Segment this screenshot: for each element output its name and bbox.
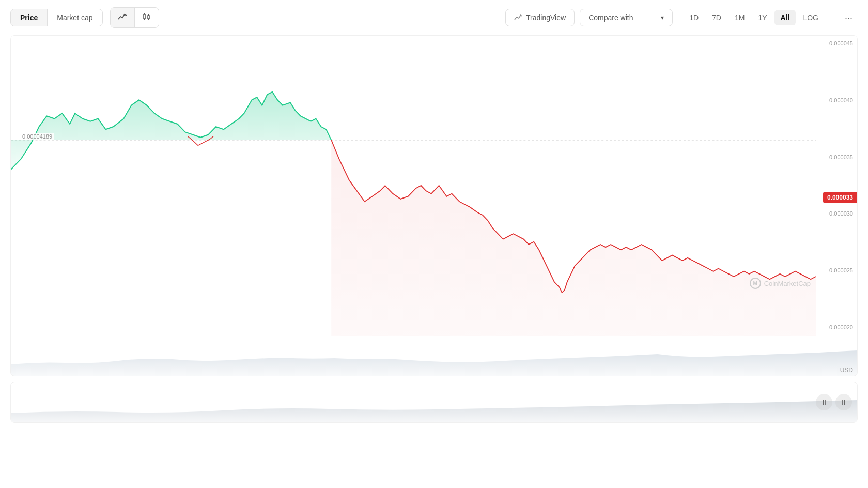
svg-rect-3: [148, 16, 149, 19]
y-label-25: 0.000025: [820, 268, 853, 273]
y-axis: 0.000045 0.000040 0.000035 0.000030 0.00…: [816, 36, 857, 335]
y-label-35: 0.000035: [820, 155, 853, 160]
price-chart-svg: [11, 36, 816, 335]
compare-with-button[interactable]: Compare with ▾: [580, 9, 673, 26]
pause-icon-1: ⏸: [820, 398, 828, 406]
cmc-logo: M: [750, 278, 761, 289]
pause-icon-2: ⏸: [840, 398, 847, 406]
chevron-down-icon: ▾: [661, 14, 664, 21]
y-label-20: 0.000020: [820, 325, 853, 330]
bottom-bar: ⏸ ⏸: [10, 382, 858, 423]
start-price-label: 0.00004189: [20, 133, 54, 140]
trading-view-button[interactable]: TradingView: [505, 9, 575, 26]
coinmarketcap-watermark: M CoinMarketCap: [750, 278, 811, 289]
current-price-badge: 0.000033: [823, 192, 857, 203]
log-button[interactable]: LOG: [797, 10, 825, 25]
y-label-40: 0.000040: [820, 98, 853, 103]
chart-area: 0.000045 0.000040 0.000035 0.000030 0.00…: [11, 36, 857, 335]
line-chart-button[interactable]: [111, 8, 135, 27]
time-7d-button[interactable]: 7D: [706, 10, 727, 25]
svg-rect-0: [144, 14, 145, 19]
more-options-button[interactable]: ···: [840, 9, 858, 27]
pause-button-1[interactable]: ⏸: [816, 394, 832, 410]
chart-container: 0.000045 0.000040 0.000035 0.000030 0.00…: [10, 35, 858, 376]
y-label-45: 0.000045: [820, 41, 853, 47]
toolbar-divider: [832, 11, 832, 24]
candle-icon: [142, 12, 151, 21]
chart-line-icon: [514, 13, 522, 22]
market-cap-button[interactable]: Market cap: [48, 9, 102, 26]
time-period-group: 1D 7D 1M 1Y All LOG: [683, 10, 825, 25]
usd-label: USD: [840, 367, 853, 376]
chart-type-toggle: [110, 7, 159, 28]
cmc-text: CoinMarketCap: [764, 280, 811, 287]
trading-view-label: TradingView: [526, 13, 566, 22]
toolbar: Price Market cap TradingView Compar: [0, 0, 868, 35]
time-1y-button[interactable]: 1Y: [752, 10, 773, 25]
price-marketcap-toggle: Price Market cap: [10, 9, 103, 26]
bottom-mini-chart-svg: [11, 382, 857, 423]
time-1m-button[interactable]: 1M: [729, 10, 751, 25]
volume-chart-svg: [11, 336, 857, 376]
time-all-button[interactable]: All: [774, 10, 796, 25]
line-icon: [118, 12, 127, 21]
compare-with-label: Compare with: [588, 13, 633, 22]
candle-chart-button[interactable]: [135, 8, 159, 27]
price-button[interactable]: Price: [11, 9, 48, 26]
pause-button-2[interactable]: ⏸: [835, 394, 852, 410]
bottom-controls: ⏸ ⏸: [816, 394, 852, 410]
more-icon: ···: [845, 12, 853, 23]
volume-area: [11, 335, 857, 376]
time-1d-button[interactable]: 1D: [683, 10, 705, 25]
y-label-30: 0.000030: [820, 211, 853, 217]
